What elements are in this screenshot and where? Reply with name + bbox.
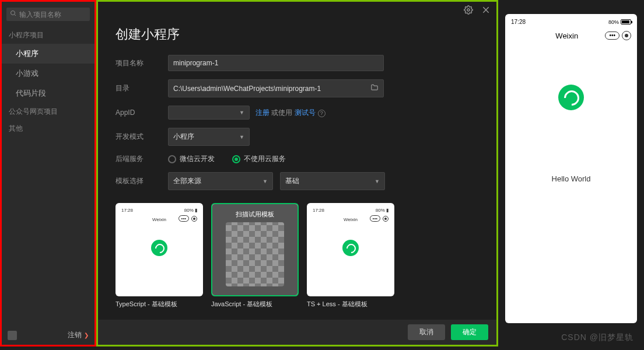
template-overlay-text: 扫描试用模板 bbox=[236, 210, 274, 219]
template-label: TypeScript - 基础模板 bbox=[116, 300, 203, 309]
qrcode-placeholder bbox=[226, 222, 284, 286]
sidebar-item-minigame[interactable]: 小游戏 bbox=[2, 64, 94, 83]
label-mode: 开发模式 bbox=[116, 132, 168, 142]
caret-down-icon: ▼ bbox=[374, 178, 380, 184]
select-template-source[interactable]: 全部来源▼ bbox=[168, 172, 273, 190]
wechat-logo-icon bbox=[151, 240, 167, 256]
sidebar-section-other: 其他 bbox=[2, 120, 94, 137]
target-icon bbox=[622, 31, 631, 40]
preview-nav-title: Weixin bbox=[528, 32, 605, 40]
label-backend: 后端服务 bbox=[116, 154, 168, 164]
label-template: 模板选择 bbox=[116, 176, 168, 186]
template-label: JavaScript - 基础模板 bbox=[211, 300, 299, 309]
dialog-title: 创建小程序 bbox=[98, 20, 496, 55]
close-icon[interactable] bbox=[481, 5, 491, 16]
caret-down-icon: ▼ bbox=[239, 134, 244, 140]
sidebar: 小程序项目 小程序 小游戏 代码片段 公众号网页项目 其他 注销 ❯ bbox=[0, 0, 96, 346]
directory-value: C:\Users\admin\WeChatProjects\miniprogra… bbox=[173, 85, 321, 93]
template-card-javascript[interactable]: 扫描试用模板 JavaScript - 基础模板 bbox=[211, 203, 299, 309]
sidebar-section-miniprogram: 小程序项目 bbox=[2, 27, 94, 44]
label-dir: 目录 bbox=[116, 83, 168, 93]
wechat-logo-icon bbox=[558, 85, 584, 110]
wechat-logo-icon bbox=[342, 240, 359, 256]
appid-hint: 注册 或使用 测试号? bbox=[256, 108, 326, 118]
gear-icon[interactable] bbox=[464, 5, 473, 16]
search-icon bbox=[10, 10, 17, 19]
sidebar-item-miniprogram[interactable]: 小程序 bbox=[2, 44, 94, 64]
menu-dots-icon: ••• bbox=[605, 32, 620, 40]
sidebar-section-official: 公众号网页项目 bbox=[2, 103, 94, 120]
input-directory[interactable]: C:\Users\admin\WeChatProjects\miniprogra… bbox=[168, 79, 384, 97]
sidebar-item-snippet[interactable]: 代码片段 bbox=[2, 83, 94, 103]
chevron-right-icon: ❯ bbox=[84, 332, 89, 338]
label-name: 项目名称 bbox=[116, 58, 168, 68]
cancel-button[interactable]: 取消 bbox=[408, 324, 445, 340]
search-input[interactable] bbox=[17, 10, 86, 19]
avatar[interactable] bbox=[8, 331, 17, 340]
preview-battery: 80% bbox=[608, 19, 619, 25]
testid-link[interactable]: 测试号 bbox=[295, 108, 316, 117]
caret-down-icon: ▼ bbox=[239, 110, 244, 116]
preview-time: 17:28 bbox=[511, 19, 526, 25]
preview-pane: 17:28 80% Weixin ••• Hello World bbox=[498, 0, 644, 350]
create-dialog: 创建小程序 项目名称 目录 C:\Users\admin\WeChatProje… bbox=[96, 0, 498, 346]
logout-link[interactable]: 注销 bbox=[68, 330, 82, 340]
svg-line-1 bbox=[15, 15, 16, 16]
select-template-category[interactable]: 基础▼ bbox=[280, 172, 385, 190]
folder-icon[interactable] bbox=[370, 83, 379, 93]
select-appid[interactable]: ▼ bbox=[168, 106, 250, 120]
svg-point-2 bbox=[467, 9, 470, 11]
caret-down-icon: ▼ bbox=[262, 178, 268, 184]
input-project-name[interactable] bbox=[168, 55, 384, 71]
preview-body-text: Hello World bbox=[511, 174, 631, 183]
radio-dot-selected-icon bbox=[232, 155, 240, 163]
radio-nocloud[interactable]: 不使用云服务 bbox=[232, 154, 286, 164]
ok-button[interactable]: 确定 bbox=[451, 324, 488, 340]
template-card-tsless[interactable]: 17:2880% ▮ ••• Weixin TS + Less - 基础模板 bbox=[307, 203, 394, 309]
radio-cloud[interactable]: 微信云开发 bbox=[168, 154, 215, 164]
template-card-typescript[interactable]: 17:2880% ▮ ••• Weixin TypeScript - 基础模板 bbox=[116, 203, 203, 309]
template-label: TS + Less - 基础模板 bbox=[307, 300, 394, 309]
register-link[interactable]: 注册 bbox=[256, 108, 270, 117]
select-mode[interactable]: 小程序▼ bbox=[168, 128, 250, 146]
search-box[interactable] bbox=[6, 8, 90, 21]
label-appid: AppID bbox=[116, 108, 168, 117]
battery-icon bbox=[621, 19, 631, 24]
radio-dot-icon bbox=[168, 155, 176, 163]
phone-preview: 17:28 80% Weixin ••• Hello World bbox=[505, 14, 637, 323]
help-icon[interactable]: ? bbox=[318, 110, 326, 117]
svg-point-0 bbox=[11, 11, 15, 15]
